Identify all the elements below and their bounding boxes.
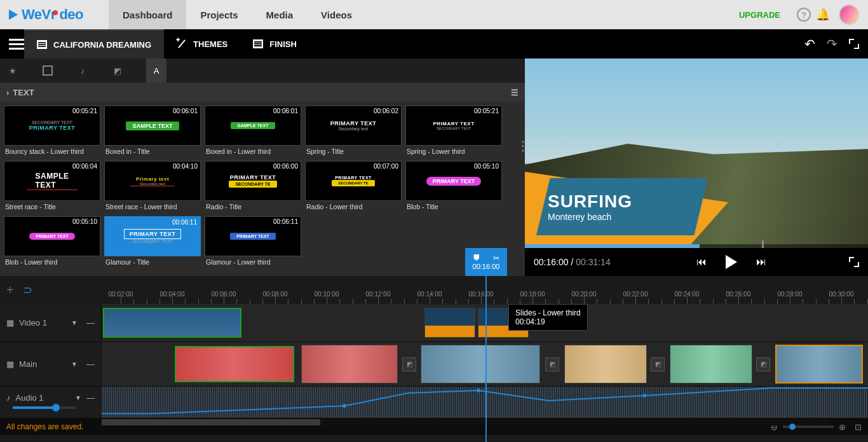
- clip[interactable]: [564, 345, 647, 383]
- music-icon: ♪: [6, 393, 11, 403]
- fx-transition[interactable]: ◩: [756, 357, 770, 371]
- panel-tab-image[interactable]: [41, 64, 54, 77]
- collapse-icon[interactable]: —: [86, 393, 95, 403]
- playhead[interactable]: ⛊✂ 00:16:00: [485, 276, 487, 442]
- track-header[interactable]: ▦ Main ▼ —: [0, 342, 102, 386]
- clip[interactable]: [424, 308, 475, 338]
- text-card[interactable]: 00:07:00PRIMARY TEXTSECONDARY TERadio - …: [305, 161, 402, 212]
- text-card[interactable]: 00:05:21SECONDARY TEXTPRIMARY TEXTBouncy…: [4, 106, 100, 157]
- tab-dashboard[interactable]: Dashboard: [109, 0, 186, 29]
- collapse-icon[interactable]: —: [86, 318, 95, 328]
- top-bar: WeVıdeo Dashboard Projects Media Videos …: [0, 0, 868, 29]
- help-icon[interactable]: ?: [794, 5, 813, 24]
- preview-viewport[interactable]: SURFING Monterey beach: [525, 59, 868, 248]
- play-icon[interactable]: [726, 255, 737, 269]
- add-track-icon[interactable]: +: [6, 283, 14, 298]
- film-icon: [37, 40, 47, 49]
- playhead-time: 00:16:00: [473, 263, 500, 270]
- skip-back-icon[interactable]: ⏮: [696, 256, 707, 268]
- upgrade-link[interactable]: UPGRADE: [739, 10, 780, 20]
- avatar[interactable]: [839, 4, 859, 25]
- tab-media[interactable]: Media: [252, 0, 308, 29]
- track-header[interactable]: ▦ Video 1 ▼ —: [0, 304, 102, 342]
- overlay-title: SURFING: [548, 191, 708, 212]
- chevron-right-icon[interactable]: ›: [6, 88, 9, 97]
- preview-controls: 00:16:00 / 00:31:14 ⏮ ⏭: [525, 248, 868, 276]
- zoom-in-icon[interactable]: ⊕: [839, 422, 846, 432]
- timeline: + ⊃ 00:02:0000:04:0000:06:0000:08:0000:1…: [0, 276, 868, 442]
- list-view-icon[interactable]: ☰: [511, 88, 519, 97]
- track-body[interactable]: [102, 387, 868, 418]
- zoom-slider[interactable]: [783, 425, 834, 428]
- timeline-scrollbar[interactable]: [102, 419, 830, 425]
- undo-icon[interactable]: ↶: [804, 36, 815, 52]
- text-grid: 00:05:21SECONDARY TEXTPRIMARY TEXTBouncy…: [0, 102, 525, 272]
- menu-icon[interactable]: [9, 39, 24, 50]
- preview-scrubber[interactable]: [525, 244, 868, 248]
- film-icon: ▦: [6, 318, 14, 328]
- marker-icon[interactable]: ⛊: [473, 254, 480, 263]
- panel-tab-star[interactable]: ★: [6, 64, 19, 77]
- track-header[interactable]: ♪ Audio 1 ▼ —: [0, 387, 102, 418]
- themes-tab[interactable]: THEMES: [164, 29, 240, 59]
- logo[interactable]: WeVıdeo: [9, 6, 83, 23]
- text-card[interactable]: 00:06:01SAMPLE TEXTBoxed in - Title: [104, 106, 201, 157]
- preview-fullscreen-icon[interactable]: [849, 257, 859, 267]
- clip[interactable]: [670, 345, 752, 383]
- redo-icon[interactable]: ↷: [827, 36, 837, 52]
- text-card[interactable]: 00:04:10Primary textSecondary textStreet…: [104, 161, 201, 212]
- panel-tabs: ★ ♪ ◩ A: [0, 59, 525, 83]
- text-card[interactable]: 00:06:11PRIMARY TEXTGlamour - Lower thir…: [205, 216, 301, 268]
- clip[interactable]: [175, 346, 294, 382]
- track-body[interactable]: [102, 304, 868, 342]
- text-card[interactable]: 00:06:04SAMPLETEXTStreet race - Title: [4, 161, 100, 212]
- overlay-sub: Monterey beach: [548, 212, 708, 222]
- panel-tab-text[interactable]: A: [146, 59, 166, 83]
- text-card[interactable]: 00:05:21PRIMARY TEXTSECONDARY TEXTSpring…: [405, 106, 502, 157]
- chevron-down-icon[interactable]: ▼: [75, 394, 81, 401]
- main-row: ★ ♪ ◩ A › TEXT ☰ 00:05:21SECONDARY TEXTP…: [0, 59, 868, 276]
- text-card[interactable]: 00:06:11PRIMARY TEXTSECONDARY TEXTGlamou…: [104, 216, 201, 268]
- save-status: All changes are saved.: [6, 422, 83, 431]
- fx-transition[interactable]: ◩: [545, 357, 559, 371]
- fx-transition[interactable]: ◩: [651, 357, 665, 371]
- film-icon: ▦: [6, 359, 14, 369]
- bell-icon[interactable]: 🔔: [813, 5, 832, 24]
- nav-tabs: Dashboard Projects Media Videos: [109, 0, 366, 29]
- text-card[interactable]: 00:05:10PRIMARY TEXTBlob - Title: [405, 161, 502, 212]
- clip[interactable]: [103, 308, 241, 338]
- track-video: ▦ Video 1 ▼ —: [0, 304, 868, 342]
- film-icon: [253, 39, 263, 48]
- panel-tab-transition[interactable]: ◩: [111, 64, 124, 77]
- skip-fwd-icon[interactable]: ⏭: [756, 256, 766, 268]
- themes-label: THEMES: [193, 39, 227, 49]
- fullscreen-icon[interactable]: [849, 39, 859, 49]
- tab-videos[interactable]: Videos: [307, 0, 366, 29]
- clip[interactable]: [301, 345, 398, 383]
- waveform: [102, 387, 868, 418]
- tab-projects[interactable]: Projects: [186, 0, 252, 29]
- panel-resize-handle[interactable]: [522, 127, 526, 165]
- time-ruler[interactable]: 00:02:0000:04:0000:06:0000:08:0000:10:00…: [102, 276, 868, 304]
- track-body[interactable]: ◩ ◩ ◩ ◩ ✎ ↗ FX 🗑: [102, 342, 868, 386]
- text-card[interactable]: 00:06:02PRIMARY TEXTSecondary textSpring…: [305, 106, 402, 157]
- zoom-fit-icon[interactable]: ⊡: [855, 422, 862, 432]
- clip[interactable]: [421, 345, 540, 383]
- fx-transition[interactable]: ◩: [402, 357, 416, 371]
- finish-tab[interactable]: FINISH: [240, 29, 309, 59]
- preview-panel: SURFING Monterey beach 00:16:00 / 00:31:…: [525, 59, 868, 276]
- panel-header: › TEXT ☰: [0, 83, 525, 102]
- cut-icon[interactable]: ✂: [493, 254, 499, 263]
- chevron-down-icon[interactable]: ▼: [71, 319, 78, 326]
- snap-icon[interactable]: ⊃: [23, 283, 32, 297]
- panel-tab-audio[interactable]: ♪: [76, 64, 89, 77]
- text-card[interactable]: 00:06:00PRIMARY TEXTSECONDARY TERadio - …: [205, 161, 301, 212]
- clip[interactable]: ✎ ↗ FX 🗑: [775, 345, 863, 383]
- text-card[interactable]: 00:05:10PRIMARY TEXTBlob - Lower third: [4, 216, 100, 268]
- collapse-icon[interactable]: —: [86, 359, 95, 369]
- volume-slider[interactable]: [13, 406, 76, 409]
- project-title-tab[interactable]: CALIFORNIA DREAMING: [24, 29, 164, 59]
- text-card[interactable]: 00:06:01SAMPLE TEXTBoxed in - Lower thir…: [205, 106, 301, 157]
- timecode: 00:16:00 / 00:31:14: [534, 257, 611, 267]
- chevron-down-icon[interactable]: ▼: [71, 361, 78, 368]
